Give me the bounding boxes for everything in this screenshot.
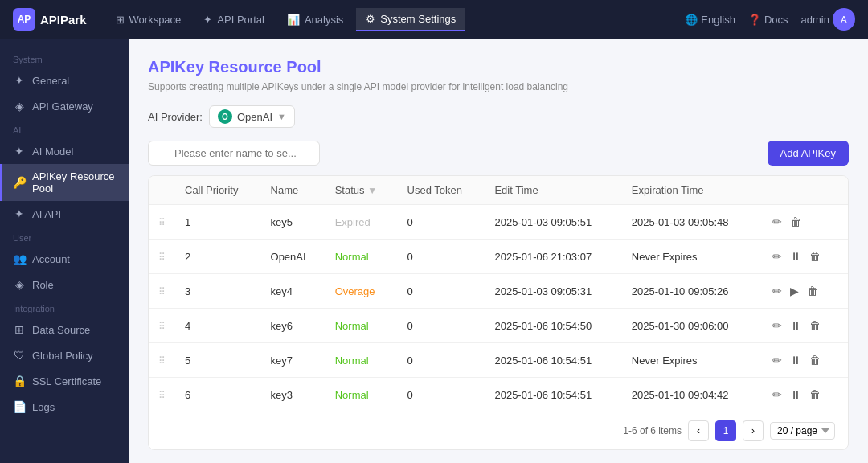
- table-header: Call Priority Name Status ▼ Used Token E…: [149, 176, 848, 205]
- table-row: ⠿ 6 key3 Normal 0 2025-01-06 10:54:51 20…: [149, 378, 848, 412]
- app-name: APIPark: [40, 13, 87, 27]
- toolbar: 🔍 Add APIKey: [148, 141, 849, 166]
- docs-link[interactable]: ❓ Docs: [748, 14, 788, 26]
- provider-row: AI Provider: O OpenAI ▼: [148, 105, 849, 128]
- drag-handle[interactable]: ⠿: [158, 286, 166, 297]
- sidebar-item-ssl-cert[interactable]: 🔒 SSL Certificate: [0, 368, 129, 394]
- sidebar-item-account[interactable]: 👥 Account: [0, 246, 129, 272]
- cell-status: Overage: [326, 274, 398, 309]
- sidebar-item-apikey-pool[interactable]: 🔑 APIKey Resource Pool: [0, 164, 129, 201]
- cell-edit-time: 2025-01-06 10:54:51: [485, 378, 621, 412]
- nav-workspace[interactable]: ⊞ Workspace: [106, 9, 191, 31]
- sidebar-item-global-policy[interactable]: 🛡 Global Policy: [0, 342, 129, 368]
- col-used-token: Used Token: [398, 176, 485, 205]
- add-apikey-button[interactable]: Add APIKey: [768, 141, 849, 166]
- next-page-button[interactable]: ›: [743, 420, 764, 441]
- table-row: ⠿ 3 key4 Overage 0 2025-01-03 09:05:31 2…: [149, 274, 848, 309]
- page-description: Supports creating multiple APIKeys under…: [148, 81, 849, 92]
- drag-handle[interactable]: ⠿: [158, 390, 166, 401]
- account-icon: 👥: [13, 252, 26, 265]
- cell-actions: ✏⏸🗑: [759, 309, 848, 343]
- edit-button[interactable]: ✏: [768, 248, 786, 265]
- provider-selector[interactable]: O OpenAI ▼: [209, 105, 295, 128]
- sidebar-item-role[interactable]: ◈ Role: [0, 272, 129, 297]
- delete-button[interactable]: 🗑: [805, 317, 825, 334]
- page-1-button[interactable]: 1: [715, 420, 736, 441]
- cell-used-token: 0: [398, 343, 485, 378]
- nav-system-settings[interactable]: ⚙ System Settings: [356, 8, 465, 31]
- status-filter-icon[interactable]: ▼: [367, 185, 377, 196]
- cell-used-token: 0: [398, 205, 485, 240]
- nav-api-portal[interactable]: ✦ API Portal: [194, 9, 274, 31]
- sidebar-item-general[interactable]: ✦ General: [0, 68, 129, 93]
- page-size-select[interactable]: 20 / page: [770, 422, 835, 440]
- delete-button[interactable]: 🗑: [805, 248, 825, 265]
- prev-page-button[interactable]: ‹: [688, 420, 709, 441]
- col-actions: [759, 176, 848, 205]
- nav-analysis[interactable]: 📊 Analysis: [277, 9, 353, 31]
- cell-actions: ✏⏸🗑: [759, 240, 848, 274]
- drag-handle[interactable]: ⠿: [158, 355, 166, 367]
- cell-edit-time: 2025-01-06 10:54:50: [485, 309, 621, 343]
- play-button[interactable]: ▶: [786, 282, 803, 300]
- search-input[interactable]: [148, 141, 320, 166]
- edit-button[interactable]: ✏: [768, 317, 786, 334]
- cell-priority: 5: [175, 343, 261, 378]
- cell-edit-time: 2025-01-03 09:05:31: [485, 274, 621, 309]
- sidebar-item-logs[interactable]: 📄 Logs: [0, 394, 129, 420]
- sidebar-section-integration: Integration: [0, 297, 129, 317]
- edit-button[interactable]: ✏: [768, 213, 786, 231]
- table-row: ⠿ 5 key7 Normal 0 2025-01-06 10:54:51 Ne…: [149, 343, 848, 378]
- delete-button[interactable]: 🗑: [786, 213, 805, 231]
- sidebar-item-ai-model[interactable]: ✦ AI Model: [0, 138, 129, 164]
- pause-button[interactable]: ⏸: [786, 317, 805, 334]
- delete-button[interactable]: 🗑: [803, 282, 822, 300]
- cell-status: Normal: [326, 378, 398, 412]
- user-menu[interactable]: admin A: [801, 8, 855, 31]
- top-nav: AP APIPark ⊞ Workspace ✦ API Portal 📊 An…: [0, 0, 868, 39]
- ai-model-icon: ✦: [13, 145, 26, 158]
- nav-right: 🌐 English ❓ Docs admin A: [685, 8, 855, 31]
- ssl-icon: 🔒: [13, 375, 26, 387]
- cell-expiration-time: 2025-01-10 09:04:42: [622, 378, 759, 412]
- drag-handle[interactable]: ⠿: [158, 252, 166, 263]
- provider-name: OpenAI: [237, 111, 272, 123]
- cell-name: OpenAI: [261, 240, 326, 274]
- api-gateway-icon: ◈: [13, 100, 26, 113]
- cell-name: key3: [261, 378, 326, 412]
- edit-button[interactable]: ✏: [768, 351, 786, 369]
- data-source-icon: ⊞: [13, 323, 26, 336]
- provider-label: AI Provider:: [148, 111, 203, 123]
- avatar: A: [833, 8, 855, 31]
- cell-actions: ✏▶🗑: [759, 274, 848, 309]
- cell-expiration-time: 2025-01-10 09:05:26: [622, 274, 759, 309]
- apikey-table: Call Priority Name Status ▼ Used Token E…: [148, 175, 849, 450]
- pause-button[interactable]: ⏸: [786, 351, 805, 369]
- edit-button[interactable]: ✏: [768, 282, 786, 300]
- drag-handle[interactable]: ⠿: [158, 321, 166, 332]
- drag-handle[interactable]: ⠿: [158, 217, 166, 228]
- sidebar-item-api-gateway[interactable]: ◈ API Gateway: [0, 93, 129, 119]
- cell-used-token: 0: [398, 309, 485, 343]
- table-row: ⠿ 2 OpenAI Normal 0 2025-01-06 21:03:07 …: [149, 240, 848, 274]
- cell-status: Expired: [326, 205, 398, 240]
- sidebar-item-ai-api[interactable]: ✦ AI API: [0, 201, 129, 227]
- col-status: Status ▼: [326, 176, 398, 205]
- language-selector[interactable]: 🌐 English: [685, 14, 735, 26]
- page-title: APIKey Resource Pool: [148, 58, 849, 76]
- delete-button[interactable]: 🗑: [805, 351, 825, 369]
- cell-expiration-time: Never Expires: [622, 343, 759, 378]
- sidebar-item-data-source[interactable]: ⊞ Data Source: [0, 317, 129, 342]
- cell-used-token: 0: [398, 274, 485, 309]
- pause-button[interactable]: ⏸: [786, 386, 805, 404]
- workspace-icon: ⊞: [116, 14, 125, 26]
- pause-button[interactable]: ⏸: [786, 248, 805, 265]
- table-row: ⠿ 1 key5 Expired 0 2025-01-03 09:05:51 2…: [149, 205, 848, 240]
- delete-button[interactable]: 🗑: [805, 386, 825, 404]
- app-logo[interactable]: AP APIPark: [13, 8, 87, 31]
- edit-button[interactable]: ✏: [768, 386, 786, 404]
- cell-expiration-time: Never Expires: [622, 240, 759, 274]
- docs-icon: ❓: [748, 14, 761, 26]
- sidebar-section-user: User: [0, 227, 129, 246]
- api-portal-icon: ✦: [203, 14, 212, 26]
